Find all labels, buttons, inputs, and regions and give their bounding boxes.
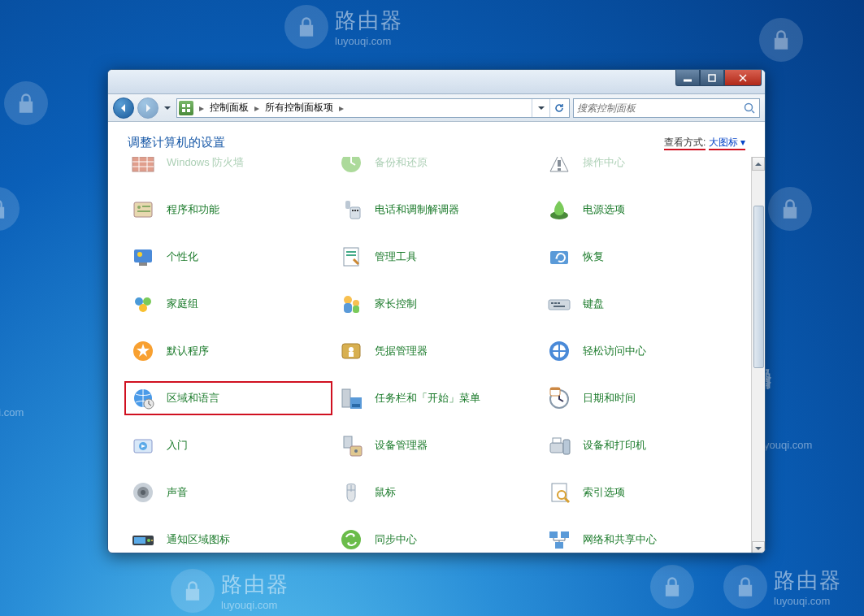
- svg-point-32: [353, 300, 359, 306]
- watermark: [759, 18, 803, 62]
- item-label: 任务栏和「开始」菜单: [375, 391, 480, 406]
- cp-item-programs[interactable]: 程序和功能: [124, 193, 332, 227]
- view-by-dropdown[interactable]: 大图标 ▾: [709, 137, 745, 150]
- cp-item-keyboard[interactable]: 键盘: [541, 287, 749, 321]
- datetime-icon: [545, 384, 573, 412]
- svg-rect-1: [709, 75, 715, 81]
- item-label: 电话和调制解调器: [375, 202, 459, 217]
- scroll-thumb[interactable]: [753, 206, 764, 368]
- item-label: 同步中心: [375, 532, 417, 547]
- cp-item-firewall[interactable]: Windows 防火墙: [124, 157, 332, 180]
- search-icon: [743, 102, 756, 115]
- navbar: ▸ 控制面板 ▸ 所有控制面板项 ▸: [108, 94, 765, 122]
- svg-rect-68: [134, 537, 145, 544]
- svg-rect-53: [550, 388, 560, 390]
- svg-rect-33: [344, 303, 352, 313]
- forward-button[interactable]: [137, 98, 158, 119]
- cp-item-backup[interactable]: 备份和还原: [332, 157, 541, 180]
- cp-item-network[interactable]: 网络和共享中心: [541, 523, 749, 553]
- svg-rect-7: [132, 157, 154, 171]
- cp-item-sound[interactable]: 声音: [124, 475, 332, 510]
- cp-item-phone[interactable]: 电话和调制解调器: [332, 193, 541, 227]
- credentials-icon: [337, 337, 365, 365]
- svg-rect-26: [346, 254, 356, 256]
- keyboard-icon: [545, 290, 573, 318]
- svg-rect-16: [350, 207, 360, 219]
- cp-item-sync[interactable]: 同步中心: [332, 523, 541, 553]
- cp-item-region[interactable]: 区域和语言: [124, 381, 332, 415]
- cp-item-power[interactable]: 电源选项: [541, 193, 749, 227]
- cp-item-ease[interactable]: 轻松访问中心: [541, 334, 749, 368]
- taskbar-icon: [337, 384, 365, 412]
- cp-item-devices-printers[interactable]: 设备和打印机: [541, 428, 749, 462]
- cp-item-datetime[interactable]: 日期和时间: [541, 381, 749, 415]
- scroll-up-button[interactable]: [752, 157, 765, 171]
- minimize-button[interactable]: [675, 70, 700, 86]
- parental-icon: [337, 290, 365, 318]
- back-button[interactable]: [113, 98, 134, 119]
- action-center-icon: [545, 157, 573, 176]
- item-label: 声音: [167, 485, 188, 500]
- svg-rect-14: [137, 210, 150, 212]
- notification-icon: [129, 526, 157, 553]
- history-dropdown[interactable]: [162, 99, 173, 117]
- breadcrumb-sep: ▸: [252, 102, 262, 114]
- address-dropdown[interactable]: [532, 99, 549, 117]
- close-button[interactable]: [724, 70, 762, 86]
- svg-point-19: [357, 210, 358, 211]
- cp-item-homegroup[interactable]: 家庭组: [124, 287, 332, 321]
- cp-item-taskbar[interactable]: 任务栏和「开始」菜单: [332, 381, 541, 415]
- item-label: 程序和功能: [167, 202, 219, 217]
- maximize-button[interactable]: [700, 70, 724, 86]
- item-label: 设备和打印机: [583, 438, 646, 453]
- svg-point-17: [352, 210, 354, 211]
- programs-icon: [129, 196, 157, 223]
- item-label: 索引选项: [583, 485, 625, 500]
- cp-item-defaults[interactable]: 默认程序: [124, 334, 332, 368]
- item-label: 管理工具: [375, 249, 417, 264]
- watermark: [4, 81, 48, 125]
- cp-item-indexing[interactable]: 索引选项: [541, 475, 749, 510]
- items-grid: Windows 防火墙备份和还原操作中心程序和功能电话和调制解调器电源选项个性化…: [108, 157, 765, 553]
- titlebar: [108, 70, 765, 94]
- control-panel-window: ▸ 控制面板 ▸ 所有控制面板项 ▸ 调整计算机的设置 查看方式: 大图标 ▾ …: [107, 69, 766, 553]
- svg-rect-34: [353, 306, 359, 313]
- search-input[interactable]: [577, 102, 743, 114]
- svg-rect-35: [549, 300, 570, 310]
- breadcrumb-part[interactable]: 控制面板: [206, 101, 252, 115]
- personalize-icon: [129, 243, 157, 271]
- region-icon: [129, 384, 157, 412]
- cp-item-notification[interactable]: 通知区域图标: [124, 523, 332, 553]
- cp-item-admin-tools[interactable]: 管理工具: [332, 240, 541, 274]
- cp-item-personalize[interactable]: 个性化: [124, 240, 332, 274]
- svg-rect-50: [352, 404, 360, 407]
- view-by-label: 查看方式:: [664, 137, 706, 150]
- item-label: 网络和共享中心: [583, 532, 657, 547]
- cp-item-credentials[interactable]: 凭据管理器: [332, 334, 541, 368]
- homegroup-icon: [129, 290, 157, 318]
- network-icon: [545, 526, 573, 553]
- breadcrumb-part[interactable]: 所有控制面板项: [262, 101, 336, 115]
- cp-item-device-mgr[interactable]: 设备管理器: [332, 428, 541, 462]
- watermark: [0, 187, 20, 231]
- cp-item-mouse[interactable]: 鼠标: [332, 475, 541, 510]
- cp-item-getting-started[interactable]: 入门: [124, 428, 332, 462]
- svg-rect-15: [345, 201, 350, 209]
- address-bar[interactable]: ▸ 控制面板 ▸ 所有控制面板项 ▸: [176, 98, 570, 118]
- scroll-down-button[interactable]: [752, 541, 765, 553]
- cp-item-parental[interactable]: 家长控制: [332, 287, 541, 321]
- device-mgr-icon: [337, 432, 365, 459]
- cp-item-action-center[interactable]: 操作中心: [541, 157, 749, 180]
- refresh-button[interactable]: [549, 99, 567, 117]
- item-label: 凭据管理器: [375, 344, 428, 358]
- search-box[interactable]: [573, 98, 760, 118]
- backup-icon: [337, 157, 365, 176]
- item-label: 个性化: [167, 249, 198, 264]
- scrollbar[interactable]: [751, 157, 765, 553]
- svg-point-30: [139, 304, 147, 312]
- cp-item-recovery[interactable]: 恢复: [541, 240, 749, 274]
- svg-rect-3: [187, 104, 190, 107]
- svg-rect-22: [139, 262, 147, 266]
- item-label: 键盘: [583, 297, 604, 311]
- item-label: 设备管理器: [375, 438, 428, 453]
